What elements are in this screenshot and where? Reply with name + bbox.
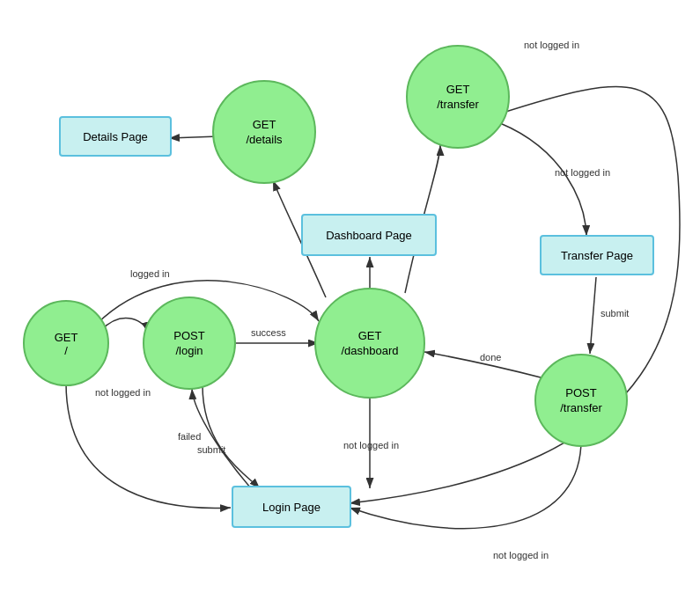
state-diagram: not logged in success failed submit not … xyxy=(0,0,700,615)
node-get-root-label-line2: / xyxy=(64,344,68,357)
label-not-logged-in-2: not logged in xyxy=(343,440,399,450)
edge-post-login-login-page-failed xyxy=(203,385,260,488)
node-post-login-label-line2: /login xyxy=(175,344,203,357)
node-get-dashboard-label-line2: /dashboard xyxy=(341,344,398,357)
node-post-transfer-label-line1: POST xyxy=(565,386,596,399)
node-post-transfer-label-line2: /transfer xyxy=(560,401,602,414)
edge-get-transfer-transfer-page xyxy=(500,123,586,236)
node-get-transfer-label-line1: GET xyxy=(446,83,470,96)
node-post-transfer xyxy=(535,355,627,446)
node-get-dashboard-label-line1: GET xyxy=(358,329,382,342)
node-post-login xyxy=(144,297,235,389)
node-get-root-label-line1: GET xyxy=(55,331,78,344)
label-submit-transfer: submit xyxy=(601,308,629,318)
node-get-details-label-line2: /details xyxy=(246,133,283,146)
diagram-container: not logged in success failed submit not … xyxy=(0,0,700,615)
edge-post-transfer-login-page xyxy=(350,440,581,529)
label-not-logged-in-3: not logged in xyxy=(555,167,610,178)
node-get-details xyxy=(213,81,315,183)
node-get-dashboard xyxy=(315,289,424,398)
label-not-logged-in-1: not logged in xyxy=(95,387,151,398)
label-done: done xyxy=(480,352,501,362)
label-submit: submit xyxy=(197,444,225,455)
label-logged-in: logged in xyxy=(130,268,170,279)
node-login-page-label: Login Page xyxy=(262,501,321,514)
label-not-logged-in-top: not logged in xyxy=(524,40,579,50)
node-transfer-page-label: Transfer Page xyxy=(561,249,633,262)
node-post-login-label-line1: POST xyxy=(173,329,204,342)
edge-get-transfer-login-page xyxy=(350,86,680,503)
node-get-transfer xyxy=(407,46,509,148)
node-get-transfer-label-line2: /transfer xyxy=(437,98,479,111)
node-get-details-label-line1: GET xyxy=(253,118,276,131)
node-dashboard-page-label: Dashboard Page xyxy=(326,229,412,242)
label-success: success xyxy=(251,327,286,338)
edge-transfer-page-post-transfer xyxy=(590,277,596,354)
node-details-page-label: Details Page xyxy=(83,130,148,143)
label-failed: failed xyxy=(178,431,201,442)
edge-get-root-post-login xyxy=(101,318,148,333)
label-not-logged-in-4: not logged in xyxy=(493,550,549,560)
edge-get-details-details-page xyxy=(169,136,218,138)
